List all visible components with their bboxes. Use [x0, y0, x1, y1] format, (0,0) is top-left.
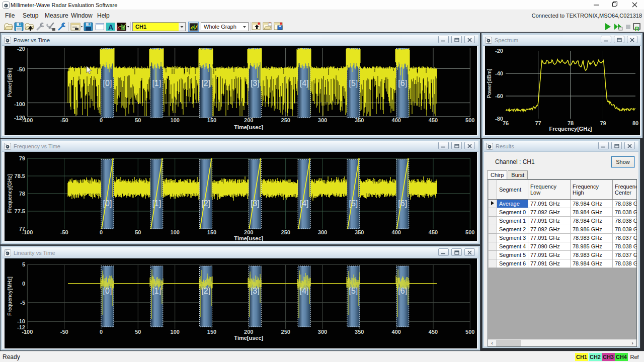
- svg-text:250: 250: [281, 329, 290, 335]
- svg-text:[6]: [6]: [398, 287, 407, 295]
- svg-text:150: 150: [207, 229, 216, 235]
- svg-text:[1]: [1]: [152, 199, 161, 208]
- svg-text:150: 150: [207, 117, 216, 123]
- svg-text:450: 450: [429, 329, 438, 335]
- svg-text:Power[dBm]: Power[dBm]: [7, 68, 13, 98]
- svg-text:50: 50: [135, 329, 141, 335]
- svg-text:450: 450: [429, 229, 438, 235]
- svg-text:[2]: [2]: [201, 199, 210, 208]
- svg-text:100: 100: [171, 229, 180, 235]
- svg-text:50: 50: [135, 229, 141, 235]
- svg-text:77: 77: [535, 120, 541, 126]
- svg-text:[2]: [2]: [201, 287, 210, 295]
- svg-text:Frequency[MHz]: Frequency[MHz]: [7, 277, 13, 316]
- svg-text:[3]: [3]: [251, 287, 260, 295]
- svg-text:Frequency[GHz]: Frequency[GHz]: [7, 174, 13, 213]
- svg-text:[6]: [6]: [398, 199, 407, 208]
- svg-text:[5]: [5]: [349, 79, 358, 87]
- svg-text:[0]: [0]: [103, 79, 112, 87]
- svg-text:79: 79: [19, 155, 25, 161]
- svg-text:[0]: [0]: [103, 287, 112, 295]
- svg-text:[3]: [3]: [251, 199, 260, 208]
- svg-text:400: 400: [392, 117, 401, 123]
- svg-text:0: 0: [22, 281, 25, 287]
- svg-text:-10: -10: [17, 318, 25, 324]
- svg-text:300: 300: [318, 329, 327, 335]
- svg-text:77: 77: [19, 226, 25, 232]
- svg-text:450: 450: [429, 117, 438, 123]
- svg-text:-80: -80: [495, 116, 503, 122]
- svg-text:0: 0: [100, 229, 103, 235]
- svg-text:-60: -60: [495, 93, 503, 99]
- svg-text:-5: -5: [20, 300, 25, 306]
- svg-text:5: 5: [22, 261, 25, 267]
- svg-text:0: 0: [100, 329, 103, 335]
- svg-text:-20: -20: [17, 46, 25, 52]
- svg-text:500: 500: [465, 229, 474, 235]
- svg-text:200: 200: [244, 329, 253, 335]
- svg-text:150: 150: [207, 329, 216, 335]
- svg-text:[2]: [2]: [201, 79, 210, 87]
- svg-text:-50: -50: [17, 66, 25, 72]
- svg-text:[4]: [4]: [300, 79, 309, 87]
- svg-text:-100: -100: [14, 101, 25, 107]
- svg-text:77.5: 77.5: [15, 208, 25, 214]
- svg-text:100: 100: [171, 117, 180, 123]
- svg-text:[0]: [0]: [103, 199, 112, 208]
- svg-text:Time[usec]: Time[usec]: [234, 335, 263, 341]
- svg-text:-50: -50: [60, 229, 68, 235]
- svg-text:400: 400: [392, 329, 401, 335]
- svg-text:Power[dBm]: Power[dBm]: [487, 69, 492, 99]
- svg-text:80: 80: [632, 120, 638, 126]
- svg-text:76: 76: [503, 120, 509, 126]
- svg-text:250: 250: [281, 229, 290, 235]
- svg-text:-40: -40: [495, 70, 503, 76]
- svg-text:Time[usec]: Time[usec]: [234, 235, 263, 241]
- svg-text:200: 200: [244, 117, 253, 123]
- svg-text:250: 250: [281, 117, 290, 123]
- svg-text:-50: -50: [60, 117, 68, 123]
- svg-text:300: 300: [318, 229, 327, 235]
- svg-text:500: 500: [465, 117, 474, 123]
- svg-text:200: 200: [244, 229, 253, 235]
- svg-text:Time[usec]: Time[usec]: [234, 124, 263, 130]
- svg-text:350: 350: [355, 329, 364, 335]
- svg-text:350: 350: [355, 117, 364, 123]
- svg-text:Frequency[GHz]: Frequency[GHz]: [549, 126, 592, 132]
- svg-text:300: 300: [318, 117, 327, 123]
- svg-text:[3]: [3]: [251, 79, 260, 87]
- svg-text:[5]: [5]: [349, 199, 358, 208]
- svg-text:-120: -120: [14, 115, 25, 121]
- svg-text:500: 500: [465, 329, 474, 335]
- svg-text:R: R: [635, 26, 639, 32]
- svg-text:-12: -12: [17, 324, 25, 330]
- svg-text:[4]: [4]: [300, 199, 309, 208]
- svg-text:400: 400: [392, 229, 401, 235]
- svg-text:-50: -50: [60, 329, 68, 335]
- svg-text:-20: -20: [495, 48, 503, 54]
- svg-text:A: A: [108, 23, 113, 31]
- svg-text:78.5: 78.5: [15, 173, 25, 179]
- svg-text:[5]: [5]: [349, 287, 358, 295]
- svg-text:[6]: [6]: [398, 79, 407, 87]
- svg-text:[4]: [4]: [300, 287, 309, 295]
- svg-text:0: 0: [100, 117, 103, 123]
- svg-text:79: 79: [600, 120, 606, 126]
- svg-text:78: 78: [19, 191, 25, 197]
- svg-text:[1]: [1]: [152, 287, 161, 295]
- svg-text:[1]: [1]: [152, 79, 161, 87]
- svg-text:100: 100: [171, 329, 180, 335]
- svg-text:350: 350: [355, 229, 364, 235]
- svg-text:50: 50: [135, 117, 141, 123]
